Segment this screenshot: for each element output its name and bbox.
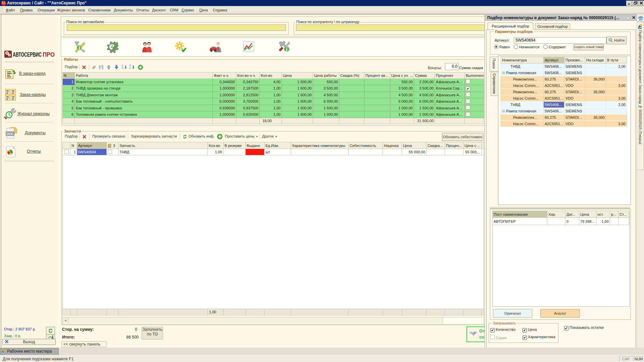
- svg-text:ПРО: ПРО: [43, 51, 55, 58]
- svg-text:АВТОСЕРВИС: АВТОСЕРВИС: [13, 51, 42, 58]
- svg-text:DOC: DOC: [6, 132, 14, 136]
